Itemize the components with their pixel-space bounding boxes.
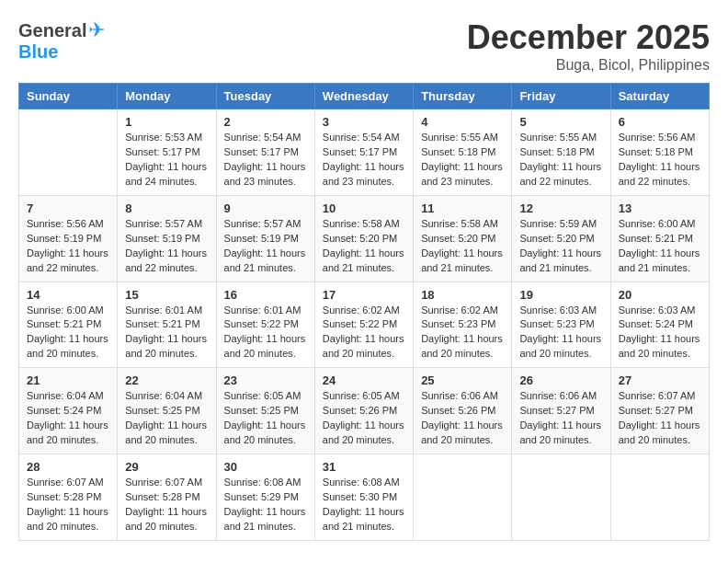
- calendar-cell: 16Sunrise: 6:01 AM Sunset: 5:22 PM Dayli…: [216, 282, 314, 368]
- logo-blue-text: Blue: [18, 42, 58, 61]
- day-number: 9: [224, 201, 307, 215]
- day-number: 6: [619, 115, 701, 129]
- day-info: Sunrise: 5:56 AM Sunset: 5:19 PM Dayligh…: [27, 217, 109, 276]
- day-info: Sunrise: 5:56 AM Sunset: 5:18 PM Dayligh…: [619, 131, 701, 190]
- calendar-cell: 24Sunrise: 6:05 AM Sunset: 5:26 PM Dayli…: [314, 368, 413, 454]
- calendar-cell: 27Sunrise: 6:07 AM Sunset: 5:27 PM Dayli…: [610, 368, 709, 454]
- calendar-cell: 15Sunrise: 6:01 AM Sunset: 5:21 PM Dayli…: [118, 282, 216, 368]
- calendar-cell: 3Sunrise: 5:54 AM Sunset: 5:17 PM Daylig…: [314, 109, 413, 196]
- day-info: Sunrise: 6:08 AM Sunset: 5:30 PM Dayligh…: [323, 476, 405, 534]
- day-info: Sunrise: 5:54 AM Sunset: 5:17 PM Dayligh…: [224, 131, 307, 190]
- calendar-day-header: Saturday: [610, 84, 709, 109]
- calendar-cell: 28Sunrise: 6:07 AM Sunset: 5:28 PM Dayli…: [19, 454, 118, 541]
- calendar-cell: 7Sunrise: 5:56 AM Sunset: 5:19 PM Daylig…: [19, 195, 118, 282]
- day-info: Sunrise: 5:54 AM Sunset: 5:17 PM Dayligh…: [323, 131, 405, 190]
- day-number: 18: [421, 288, 504, 302]
- calendar-cell: 8Sunrise: 5:57 AM Sunset: 5:19 PM Daylig…: [118, 195, 216, 282]
- day-number: 14: [27, 288, 109, 302]
- day-number: 27: [619, 373, 701, 387]
- day-number: 12: [519, 201, 602, 215]
- day-number: 25: [421, 373, 504, 387]
- calendar-cell: 17Sunrise: 6:02 AM Sunset: 5:22 PM Dayli…: [314, 282, 413, 368]
- day-number: 2: [224, 115, 307, 129]
- day-number: 23: [224, 373, 307, 387]
- calendar: SundayMondayTuesdayWednesdayThursdayFrid…: [18, 83, 710, 541]
- calendar-cell: 18Sunrise: 6:02 AM Sunset: 5:23 PM Dayli…: [414, 282, 512, 368]
- calendar-week-row: 21Sunrise: 6:04 AM Sunset: 5:24 PM Dayli…: [19, 368, 710, 454]
- calendar-cell: 29Sunrise: 6:07 AM Sunset: 5:28 PM Dayli…: [118, 454, 216, 541]
- day-number: 11: [421, 201, 504, 215]
- day-info: Sunrise: 6:00 AM Sunset: 5:21 PM Dayligh…: [619, 217, 701, 276]
- calendar-cell: 30Sunrise: 6:08 AM Sunset: 5:29 PM Dayli…: [216, 454, 314, 541]
- calendar-day-header: Tuesday: [216, 84, 314, 109]
- day-info: Sunrise: 6:08 AM Sunset: 5:29 PM Dayligh…: [224, 476, 307, 534]
- calendar-cell: [414, 454, 512, 541]
- calendar-cell: 20Sunrise: 6:03 AM Sunset: 5:24 PM Dayli…: [610, 282, 709, 368]
- calendar-cell: 1Sunrise: 5:53 AM Sunset: 5:17 PM Daylig…: [118, 109, 216, 196]
- calendar-header-row: SundayMondayTuesdayWednesdayThursdayFrid…: [19, 84, 710, 109]
- day-number: 28: [27, 460, 109, 474]
- calendar-cell: 13Sunrise: 6:00 AM Sunset: 5:21 PM Dayli…: [610, 195, 709, 282]
- calendar-cell: 31Sunrise: 6:08 AM Sunset: 5:30 PM Dayli…: [314, 454, 413, 541]
- day-number: 29: [125, 460, 208, 474]
- day-number: 15: [125, 288, 208, 302]
- location-title: Buga, Bicol, Philippines: [467, 57, 710, 74]
- calendar-cell: [512, 454, 610, 541]
- day-info: Sunrise: 5:57 AM Sunset: 5:19 PM Dayligh…: [125, 217, 208, 276]
- calendar-day-header: Friday: [512, 84, 610, 109]
- day-number: 4: [421, 115, 504, 129]
- calendar-cell: 14Sunrise: 6:00 AM Sunset: 5:21 PM Dayli…: [19, 282, 118, 368]
- logo: General ✈ Blue: [18, 18, 105, 61]
- day-number: 1: [125, 115, 208, 129]
- day-number: 21: [27, 373, 109, 387]
- day-number: 24: [323, 373, 405, 387]
- calendar-day-header: Monday: [118, 84, 216, 109]
- day-number: 19: [519, 288, 602, 302]
- day-info: Sunrise: 6:05 AM Sunset: 5:25 PM Dayligh…: [224, 389, 307, 448]
- day-number: 16: [224, 288, 307, 302]
- calendar-day-header: Thursday: [414, 84, 512, 109]
- day-info: Sunrise: 6:01 AM Sunset: 5:22 PM Dayligh…: [224, 304, 307, 362]
- day-info: Sunrise: 6:02 AM Sunset: 5:22 PM Dayligh…: [323, 304, 405, 362]
- calendar-week-row: 14Sunrise: 6:00 AM Sunset: 5:21 PM Dayli…: [19, 282, 710, 368]
- calendar-cell: 4Sunrise: 5:55 AM Sunset: 5:18 PM Daylig…: [414, 109, 512, 196]
- day-info: Sunrise: 6:01 AM Sunset: 5:21 PM Dayligh…: [125, 304, 208, 362]
- calendar-cell: 10Sunrise: 5:58 AM Sunset: 5:20 PM Dayli…: [314, 195, 413, 282]
- calendar-cell: 21Sunrise: 6:04 AM Sunset: 5:24 PM Dayli…: [19, 368, 118, 454]
- calendar-week-row: 1Sunrise: 5:53 AM Sunset: 5:17 PM Daylig…: [19, 109, 710, 196]
- calendar-day-header: Wednesday: [314, 84, 413, 109]
- day-number: 8: [125, 201, 208, 215]
- day-number: 17: [323, 288, 405, 302]
- day-number: 22: [125, 373, 208, 387]
- day-number: 10: [323, 201, 405, 215]
- calendar-cell: 9Sunrise: 5:57 AM Sunset: 5:19 PM Daylig…: [216, 195, 314, 282]
- day-number: 30: [224, 460, 307, 474]
- day-info: Sunrise: 6:05 AM Sunset: 5:26 PM Dayligh…: [323, 389, 405, 448]
- calendar-day-header: Sunday: [19, 84, 118, 109]
- day-info: Sunrise: 5:53 AM Sunset: 5:17 PM Dayligh…: [125, 131, 208, 190]
- calendar-week-row: 7Sunrise: 5:56 AM Sunset: 5:19 PM Daylig…: [19, 195, 710, 282]
- day-info: Sunrise: 5:59 AM Sunset: 5:20 PM Dayligh…: [519, 217, 602, 276]
- month-title: December 2025: [467, 18, 710, 57]
- day-info: Sunrise: 6:07 AM Sunset: 5:27 PM Dayligh…: [619, 389, 701, 448]
- day-info: Sunrise: 6:06 AM Sunset: 5:26 PM Dayligh…: [421, 389, 504, 448]
- day-number: 31: [323, 460, 405, 474]
- day-info: Sunrise: 5:57 AM Sunset: 5:19 PM Dayligh…: [224, 217, 307, 276]
- day-number: 7: [27, 201, 109, 215]
- calendar-cell: [610, 454, 709, 541]
- calendar-week-row: 28Sunrise: 6:07 AM Sunset: 5:28 PM Dayli…: [19, 454, 710, 541]
- calendar-cell: 22Sunrise: 6:04 AM Sunset: 5:25 PM Dayli…: [118, 368, 216, 454]
- calendar-cell: 5Sunrise: 5:55 AM Sunset: 5:18 PM Daylig…: [512, 109, 610, 196]
- day-number: 3: [323, 115, 405, 129]
- day-info: Sunrise: 6:04 AM Sunset: 5:25 PM Dayligh…: [125, 389, 208, 448]
- day-number: 20: [619, 288, 701, 302]
- header: General ✈ Blue December 2025 Buga, Bicol…: [18, 18, 710, 74]
- calendar-cell: [19, 109, 118, 196]
- calendar-cell: 11Sunrise: 5:58 AM Sunset: 5:20 PM Dayli…: [414, 195, 512, 282]
- day-info: Sunrise: 5:55 AM Sunset: 5:18 PM Dayligh…: [519, 131, 602, 190]
- day-number: 26: [519, 373, 602, 387]
- calendar-cell: 25Sunrise: 6:06 AM Sunset: 5:26 PM Dayli…: [414, 368, 512, 454]
- day-number: 13: [619, 201, 701, 215]
- day-info: Sunrise: 6:07 AM Sunset: 5:28 PM Dayligh…: [27, 476, 109, 534]
- calendar-cell: 6Sunrise: 5:56 AM Sunset: 5:18 PM Daylig…: [610, 109, 709, 196]
